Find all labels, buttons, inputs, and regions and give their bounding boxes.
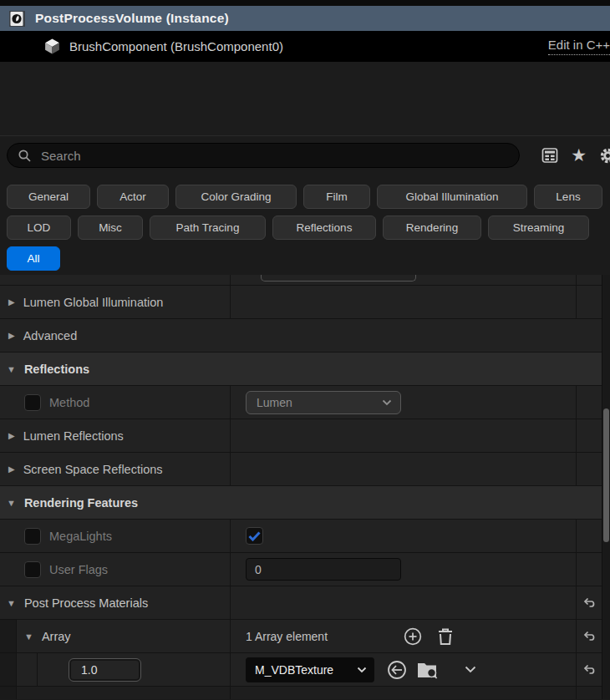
- row-lumen-reflections[interactable]: ▶ Lumen Reflections: [0, 419, 610, 453]
- edit-in-cpp-link[interactable]: Edit in C++: [548, 38, 610, 55]
- filter-film[interactable]: Film: [303, 185, 370, 209]
- row-label: Post Process Materials: [24, 596, 148, 610]
- postprocess-volume-icon: [8, 10, 26, 28]
- row-user-flags: User Flags: [0, 553, 610, 586]
- search-box[interactable]: [7, 143, 520, 168]
- edit-condition-checkbox[interactable]: [24, 394, 41, 411]
- chevron-down-icon: [382, 399, 392, 406]
- actor-header: PostProcessVolume (Instance): [0, 6, 610, 31]
- filter-actor[interactable]: Actor: [97, 185, 169, 209]
- browse-to-asset-icon[interactable]: [416, 660, 440, 680]
- top-strip: [0, 0, 610, 6]
- property-list: ▶ Lumen Global Illumination ▶ Advanced ▼…: [0, 275, 610, 699]
- expander-expanded-icon[interactable]: ▼: [17, 632, 33, 642]
- element-options-chevron-icon[interactable]: [465, 666, 476, 673]
- filter-streaming[interactable]: Streaming: [488, 216, 589, 240]
- expander-collapsed-icon[interactable]: ▶: [0, 331, 15, 340]
- filter-color-grading[interactable]: Color Grading: [175, 185, 297, 209]
- row-array[interactable]: ▼ Array 1 Array element: [0, 620, 610, 653]
- indent-guide: [17, 653, 38, 686]
- megalights-checkbox-checked[interactable]: [246, 527, 263, 545]
- row-advanced[interactable]: ▶ Advanced: [0, 319, 610, 353]
- array-element-count: 1 Array element: [246, 630, 328, 643]
- blend-weight-input[interactable]: [69, 658, 141, 682]
- revert-icon[interactable]: [582, 630, 597, 643]
- use-selected-asset-icon[interactable]: [386, 659, 408, 681]
- method-dropdown[interactable]: Lumen: [246, 391, 401, 414]
- filter-buttons: General Actor Color Grading Film Global …: [0, 175, 610, 275]
- edit-condition-checkbox[interactable]: [24, 528, 41, 545]
- filter-lens[interactable]: Lens: [534, 185, 602, 209]
- expander-expanded-icon[interactable]: ▼: [7, 498, 16, 508]
- scrollbar-thumb[interactable]: [603, 408, 609, 542]
- check-icon: [248, 531, 261, 541]
- material-asset-combo[interactable]: M_VDBTexture: [246, 657, 374, 682]
- row-lumen-global-illumination[interactable]: ▶ Lumen Global Illumination: [0, 286, 610, 319]
- row-megalights: MegaLights: [0, 520, 610, 553]
- row-label: Array: [42, 630, 71, 643]
- actor-title: PostProcessVolume (Instance): [35, 11, 229, 26]
- component-row[interactable]: BrushComponent (BrushComponent0) Edit in…: [0, 31, 610, 62]
- indent-guide: [0, 687, 17, 699]
- favorites-star-icon[interactable]: ★: [571, 147, 587, 164]
- add-element-icon[interactable]: [403, 626, 423, 647]
- category-label: Rendering Features: [24, 496, 138, 510]
- revert-icon[interactable]: [582, 663, 597, 677]
- filter-all[interactable]: All: [7, 246, 60, 271]
- filter-row-1: General Actor Color Grading Film Global …: [7, 185, 610, 209]
- filter-general[interactable]: General: [7, 185, 90, 209]
- method-dropdown-value: Lumen: [257, 396, 292, 409]
- row-array-element-0: M_VDBTexture: [0, 653, 610, 687]
- expander-collapsed-icon[interactable]: ▶: [0, 297, 15, 307]
- user-flags-input[interactable]: [246, 558, 401, 581]
- row-label: Screen Space Reflections: [23, 463, 163, 476]
- row-label: Lumen Reflections: [23, 429, 124, 443]
- delete-all-trash-icon[interactable]: [436, 626, 455, 647]
- clipped-widget: [261, 275, 416, 282]
- row-label: Advanced: [23, 329, 78, 342]
- revert-icon[interactable]: [582, 596, 597, 610]
- row-label: User Flags: [49, 563, 108, 576]
- filter-path-tracing[interactable]: Path Tracing: [150, 216, 266, 240]
- filter-lod[interactable]: LOD: [7, 216, 71, 240]
- filter-reflections[interactable]: Reflections: [272, 216, 376, 240]
- indent-guide: [0, 620, 17, 652]
- expander-collapsed-icon[interactable]: ▶: [0, 464, 15, 474]
- edit-condition-checkbox[interactable]: [24, 561, 41, 578]
- row-label: Method: [49, 396, 89, 409]
- partial-row-top: [0, 275, 610, 286]
- display-grid-icon[interactable]: [541, 147, 558, 164]
- row-screen-space-reflections[interactable]: ▶ Screen Space Reflections: [0, 453, 610, 486]
- row-method: Method Lumen: [0, 386, 610, 419]
- search-toolbar: ★: [541, 147, 610, 165]
- filter-row-3: All: [7, 246, 610, 271]
- category-reflections[interactable]: ▼ Reflections: [0, 353, 610, 386]
- details-panel: PostProcessVolume (Instance) BrushCompon…: [0, 0, 610, 700]
- category-rendering-features[interactable]: ▼ Rendering Features: [0, 486, 610, 520]
- partial-row-bottom: [0, 687, 610, 699]
- expander-expanded-icon[interactable]: ▼: [0, 598, 16, 608]
- row-post-process-materials[interactable]: ▼ Post Process Materials: [0, 586, 610, 620]
- row-label: MegaLights: [49, 530, 112, 543]
- category-label: Reflections: [24, 363, 89, 376]
- filter-row-2: LOD Misc Path Tracing Reflections Render…: [7, 216, 610, 240]
- filter-rendering[interactable]: Rendering: [383, 216, 481, 240]
- empty-area: [0, 62, 610, 136]
- indent-guide: [0, 653, 17, 686]
- filter-global-illumination[interactable]: Global Illumination: [377, 185, 527, 209]
- row-label: Lumen Global Illumination: [23, 296, 164, 309]
- chevron-down-icon: [357, 667, 367, 673]
- brush-component-icon: [43, 38, 61, 55]
- expander-expanded-icon[interactable]: ▼: [7, 364, 16, 374]
- search-row: ★: [0, 136, 610, 175]
- expander-collapsed-icon[interactable]: ▶: [0, 431, 15, 440]
- search-icon: [18, 149, 32, 163]
- component-name: BrushComponent (BrushComponent0): [69, 39, 283, 53]
- filter-misc[interactable]: Misc: [78, 216, 143, 240]
- material-asset-name: M_VDBTexture: [255, 663, 333, 677]
- search-input[interactable]: [39, 148, 509, 164]
- settings-gear-icon[interactable]: [599, 147, 610, 165]
